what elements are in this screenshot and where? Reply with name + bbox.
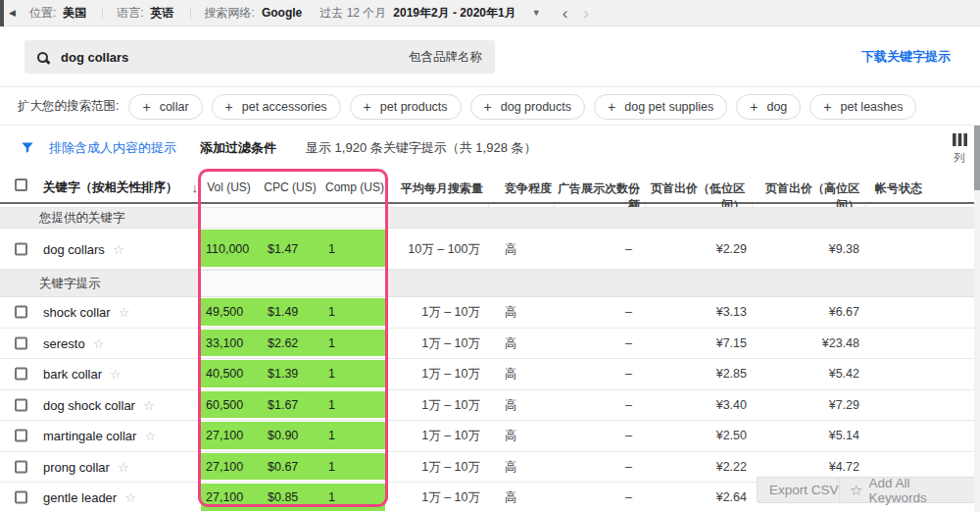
star-icon: ☆: [850, 482, 862, 499]
cpc-cell: $1.67: [268, 398, 298, 412]
exclude-adult-ideas-link[interactable]: 排除含成人内容的提示: [49, 139, 176, 157]
avg-monthly-column-header[interactable]: 平均每月搜索量: [390, 180, 483, 197]
favorite-star-icon[interactable]: ☆: [143, 397, 155, 412]
location-label: 位置:: [29, 5, 56, 22]
download-keyword-ideas-link[interactable]: 下载关键字提示: [861, 48, 951, 66]
broaden-chip[interactable]: +dog pet supplies: [594, 94, 727, 120]
favorite-star-icon[interactable]: ☆: [144, 429, 156, 443]
language-setting[interactable]: 语言: 英语: [117, 5, 173, 22]
keyword-text: prong collar: [43, 459, 110, 474]
vol-cell: 49,500: [206, 305, 243, 319]
top-bid-high-cell: ¥9.38: [752, 242, 859, 256]
divider: [102, 7, 103, 20]
vol-column-header: Vol (US): [201, 180, 257, 194]
row-checkbox[interactable]: [15, 242, 27, 255]
scrollbar-thumb[interactable]: [974, 126, 980, 190]
add-all-keywords-button[interactable]: ☆ Add All Keywords: [839, 477, 980, 503]
avg-monthly-cell: 1万 – 10万: [390, 489, 480, 506]
favorite-star-icon[interactable]: ☆: [93, 335, 105, 350]
location-setting[interactable]: 位置: 美国: [29, 5, 86, 22]
prev-period-button[interactable]: ‹: [563, 5, 568, 22]
favorite-star-icon[interactable]: ☆: [119, 305, 130, 320]
network-setting[interactable]: 搜索网络: Google: [205, 5, 303, 22]
competition-column-header[interactable]: 竞争程度: [505, 180, 552, 197]
back-arrow-icon[interactable]: ◀: [9, 8, 16, 18]
row-checkbox[interactable]: [15, 460, 27, 473]
results-summary: 显示 1,920 条关键字提示（共 1,928 条）: [306, 139, 537, 157]
table-row: shock collar☆49,500$1.4911万 – 10万高–¥3.13…: [0, 297, 980, 329]
row-checkbox[interactable]: [15, 336, 27, 349]
vol-cell: 27,100: [206, 429, 243, 442]
scrollbar: [974, 126, 980, 512]
vol-cell: 27,100: [206, 490, 243, 504]
competition-cell: 高: [505, 334, 517, 351]
top-bid-low-cell: ¥2.64: [645, 490, 747, 504]
table-row: martingale collar☆27,100$0.9011万 – 10万高–…: [0, 421, 980, 452]
add-all-keywords-label: Add All Keywords: [868, 476, 969, 505]
keyword-cell: dog collars☆: [43, 241, 124, 256]
columns-button[interactable]: 列: [947, 133, 972, 166]
network-value: Google: [262, 6, 302, 20]
top-bid-high-cell: ¥5.14: [752, 429, 859, 442]
broaden-chip[interactable]: +dog products: [470, 94, 585, 120]
filter-icon[interactable]: [20, 140, 35, 155]
keyword-text: martingale collar: [43, 429, 136, 443]
plus-icon: +: [484, 99, 492, 115]
avg-monthly-cell: 1万 – 10万: [390, 304, 480, 321]
top-bid-low-cell: ¥2.50: [645, 429, 747, 442]
row-checkbox[interactable]: [15, 398, 27, 411]
top-bid-high-cell: ¥4.72: [752, 460, 859, 474]
cpc-cell: $1.49: [268, 305, 298, 319]
ad-impr-share-cell: –: [554, 367, 632, 381]
table-row: bark collar☆40,500$1.3911万 – 10万高–¥2.85¥…: [0, 359, 980, 390]
top-bid-low-cell: ¥2.85: [645, 367, 747, 381]
keyword-text: dog shock collar: [43, 397, 135, 412]
search-bar[interactable]: dog collars 包含品牌名称: [24, 40, 495, 74]
avg-monthly-cell: 1万 – 10万: [390, 428, 480, 444]
panel-edge: [0, 0, 4, 26]
competition-cell: 高: [505, 240, 517, 257]
keyword-table: 关键字（按相关性排序） ↓ Vol (US) CPC (US) Comp (US…: [0, 169, 980, 512]
chevron-down-icon[interactable]: ▼: [532, 8, 541, 18]
favorite-star-icon[interactable]: ☆: [113, 241, 124, 256]
top-bid-high-cell: ¥6.67: [752, 305, 859, 319]
sort-arrow-icon[interactable]: ↓: [192, 180, 199, 195]
cpc-cell: $1.39: [268, 367, 298, 381]
cpc-cell: $1.47: [268, 242, 298, 256]
comp-cell: 1: [328, 242, 335, 256]
select-all-checkbox[interactable]: [15, 179, 27, 191]
broaden-chip[interactable]: +pet accessories: [212, 94, 341, 120]
ad-impr-share-cell: –: [554, 398, 632, 412]
broaden-chip[interactable]: +dog: [736, 94, 801, 120]
row-checkbox[interactable]: [15, 491, 27, 504]
section-header: 关键字提示: [0, 270, 980, 297]
divider: [190, 7, 191, 20]
next-period-button[interactable]: ›: [583, 5, 589, 22]
row-checkbox[interactable]: [15, 306, 27, 319]
row-checkbox[interactable]: [15, 430, 27, 442]
favorite-star-icon[interactable]: ☆: [110, 367, 122, 382]
broaden-chip[interactable]: +pet leashes: [809, 94, 916, 120]
add-filter-button[interactable]: 添加过滤条件: [200, 139, 276, 157]
favorite-star-icon[interactable]: ☆: [124, 490, 136, 505]
export-csv-button[interactable]: Export CSV: [757, 477, 852, 503]
cpc-cell: $0.85: [268, 490, 298, 504]
row-checkbox[interactable]: [15, 368, 27, 381]
brand-names-option[interactable]: 包含品牌名称: [409, 49, 482, 66]
broaden-chip[interactable]: +pet products: [350, 94, 462, 120]
broaden-chip[interactable]: +collar: [128, 94, 202, 120]
cpc-cell: $0.90: [268, 429, 298, 442]
date-range-value[interactable]: 2019年2月 - 2020年1月: [393, 5, 515, 22]
avg-monthly-cell: 1万 – 10万: [390, 366, 480, 383]
plus-icon: +: [364, 99, 371, 115]
search-section: dog collars 包含品牌名称 下载关键字提示: [0, 27, 980, 87]
account-status-column-header[interactable]: 帐号状态: [875, 180, 922, 197]
favorite-star-icon[interactable]: ☆: [118, 459, 129, 474]
competition-cell: 高: [505, 396, 517, 413]
search-input[interactable]: dog collars: [61, 50, 128, 65]
keyword-text: seresto: [43, 335, 85, 350]
ad-impr-share-cell: –: [554, 242, 632, 256]
top-bid-high-cell: ¥7.29: [752, 398, 859, 412]
ad-impr-share-cell: –: [554, 305, 632, 319]
keyword-column-header[interactable]: 关键字（按相关性排序） ↓: [43, 179, 198, 196]
